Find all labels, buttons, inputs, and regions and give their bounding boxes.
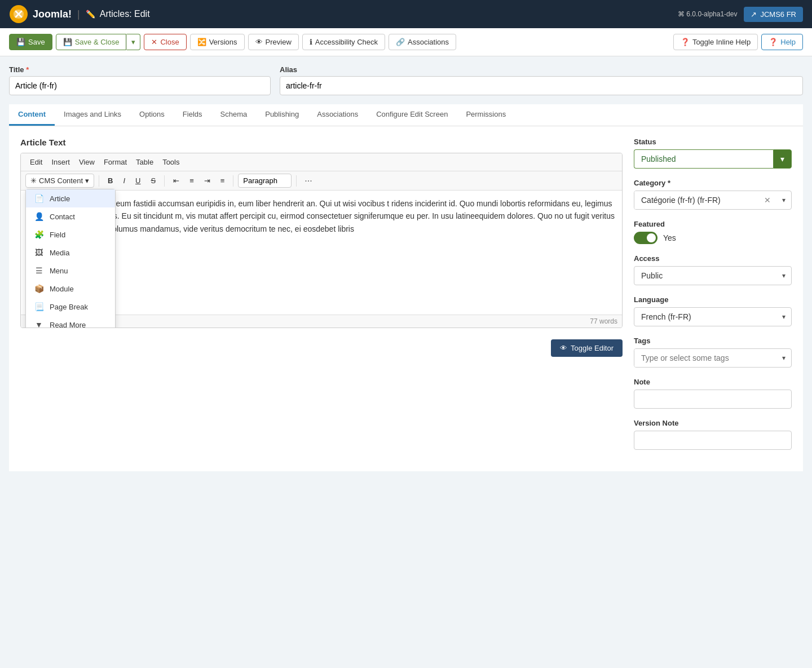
category-clear-button[interactable]: ✕ <box>758 191 776 209</box>
cms-dropdown-menu[interactable]: ☰ Menu <box>26 262 115 280</box>
tags-select[interactable]: ▾ <box>634 348 792 368</box>
menu-tools[interactable]: Tools <box>158 156 184 169</box>
underline-button[interactable]: U <box>131 174 144 187</box>
menu-table[interactable]: Table <box>131 156 158 169</box>
italic-button[interactable]: I <box>119 174 129 187</box>
toggle-editor-button[interactable]: 👁 Toggle Editor <box>551 339 623 357</box>
align-left-icon: ⇤ <box>173 176 179 185</box>
question-icon: ❓ <box>769 38 778 46</box>
alias-input[interactable] <box>280 76 803 95</box>
toggle-inline-help-button[interactable]: ❓ Toggle Inline Help <box>673 34 758 50</box>
featured-label: Featured <box>634 220 792 228</box>
cms-dropdown-module[interactable]: 📦 Module <box>26 280 115 298</box>
joomla-logo-icon <box>9 5 28 24</box>
tab-fields[interactable]: Fields <box>174 104 211 126</box>
tags-input[interactable] <box>634 349 776 367</box>
featured-row: Yes <box>634 232 792 244</box>
cms-dropdown-media[interactable]: 🖼 Media <box>26 244 115 262</box>
cms-content-label: CMS Content <box>39 176 83 185</box>
title-required: * <box>26 65 29 74</box>
align-center-icon: ≡ <box>189 176 194 185</box>
category-select[interactable]: Catégorie (fr-fr) (fr-FR) ✕ ▾ <box>634 191 792 210</box>
align-justify-button[interactable]: ≡ <box>217 174 229 187</box>
cms-dropdown-read-more[interactable]: ▼ Read More <box>26 316 115 328</box>
title-input[interactable] <box>9 76 271 95</box>
menu-edit[interactable]: Edit <box>25 156 47 169</box>
save-close-button[interactable]: 💾 Save & Close <box>56 34 127 50</box>
close-icon: ✕ <box>151 38 157 46</box>
paragraph-select[interactable]: Paragraph <box>238 174 292 188</box>
read-more-icon: ▼ <box>34 320 44 328</box>
align-right-icon: ⇥ <box>204 176 210 185</box>
save-label: Save <box>28 38 45 46</box>
cms-dropdown-contact[interactable]: 👤 Contact <box>26 207 115 225</box>
cms-content-chevron: ▾ <box>85 176 89 185</box>
tab-content[interactable]: Content <box>9 104 55 126</box>
user-label: JCMS6 FR <box>760 10 796 19</box>
toggle-knob <box>647 233 656 242</box>
language-chevron-icon[interactable]: ▾ <box>776 308 791 325</box>
status-row: Published ▾ <box>634 149 792 169</box>
access-value: Public <box>634 267 776 285</box>
cms-content-button[interactable]: ✳ CMS Content ▾ <box>25 174 94 188</box>
align-left-button[interactable]: ⇤ <box>169 174 183 187</box>
menu-view[interactable]: View <box>74 156 99 169</box>
tab-publishing[interactable]: Publishing <box>256 104 308 126</box>
preview-icon: 👁 <box>255 38 263 46</box>
version-note-input[interactable] <box>634 431 792 450</box>
toggle-inline-help-label: Toggle Inline Help <box>692 38 751 46</box>
align-center-button[interactable]: ≡ <box>186 174 198 187</box>
accessibility-check-button[interactable]: ℹ Accessibility Check <box>302 34 385 50</box>
language-value: French (fr-FR) <box>634 308 776 326</box>
status-chevron-icon: ▾ <box>780 154 784 163</box>
preview-button[interactable]: 👁 Preview <box>248 34 299 50</box>
language-select[interactable]: French (fr-FR) ▾ <box>634 307 792 326</box>
help-circle-icon: ❓ <box>681 38 690 46</box>
tab-configure-edit-screen[interactable]: Configure Edit Screen <box>367 104 457 126</box>
tags-field: Tags ▾ <box>634 337 792 368</box>
cms-dropdown-field[interactable]: 🧩 Field <box>26 225 115 244</box>
tab-schema[interactable]: Schema <box>211 104 257 126</box>
bold-button[interactable]: B <box>104 174 117 187</box>
article-text-heading: Article Text <box>20 138 623 147</box>
featured-field: Featured Yes <box>634 220 792 244</box>
featured-toggle[interactable] <box>634 232 657 244</box>
cms-dropdown-article[interactable]: 📄 Article <box>26 189 115 207</box>
topbar-right: ⌘ 6.0.0-alpha1-dev ↗ JCMS6 FR <box>678 7 803 22</box>
cms-content-wrapper: ✳ CMS Content ▾ 📄 Article <box>25 174 94 188</box>
access-select[interactable]: Public ▾ <box>634 266 792 285</box>
tab-permissions[interactable]: Permissions <box>457 104 515 126</box>
more-tools-button[interactable]: ··· <box>301 174 315 188</box>
strikethrough-button[interactable]: S <box>147 174 160 187</box>
tab-images-links[interactable]: Images and Links <box>55 104 130 126</box>
page-break-icon: 📃 <box>34 302 44 311</box>
tab-associations[interactable]: Associations <box>308 104 367 126</box>
word-count: 77 words <box>590 317 617 325</box>
category-chevron-icon[interactable]: ▾ <box>776 192 791 209</box>
pencil-icon: ✏️ <box>86 10 95 19</box>
preview-label: Preview <box>266 38 292 46</box>
cms-content-dropdown: 📄 Article 👤 Contact 🧩 Field <box>25 189 116 328</box>
status-dropdown-button[interactable]: ▾ <box>773 149 792 169</box>
category-value: Catégorie (fr-fr) (fr-FR) <box>634 191 758 209</box>
accessibility-icon: ℹ <box>310 38 312 46</box>
page-title-bar: ✏️ Articles: Edit <box>86 9 150 19</box>
access-chevron-icon[interactable]: ▾ <box>776 267 791 284</box>
help-button[interactable]: ❓ Help <box>761 34 803 50</box>
tags-chevron-icon[interactable]: ▾ <box>776 350 791 366</box>
associations-button[interactable]: 🔗 Associations <box>389 34 456 50</box>
user-button[interactable]: ↗ JCMS6 FR <box>744 7 803 22</box>
align-right-button[interactable]: ⇥ <box>200 174 214 187</box>
save-dropdown-button[interactable]: ▾ <box>126 34 140 50</box>
menu-insert[interactable]: Insert <box>47 156 74 169</box>
save-button[interactable]: 💾 Save <box>9 34 52 50</box>
language-field: Language French (fr-FR) ▾ <box>634 295 792 326</box>
versions-button[interactable]: 🔀 Versions <box>190 34 245 50</box>
cms-dropdown-page-break[interactable]: 📃 Page Break <box>26 298 115 316</box>
versions-icon: 🔀 <box>197 38 206 46</box>
status-label: Status <box>634 138 792 146</box>
note-input[interactable] <box>634 390 792 409</box>
menu-format[interactable]: Format <box>99 156 131 169</box>
close-button[interactable]: ✕ Close <box>144 34 186 50</box>
tab-options[interactable]: Options <box>130 104 174 126</box>
